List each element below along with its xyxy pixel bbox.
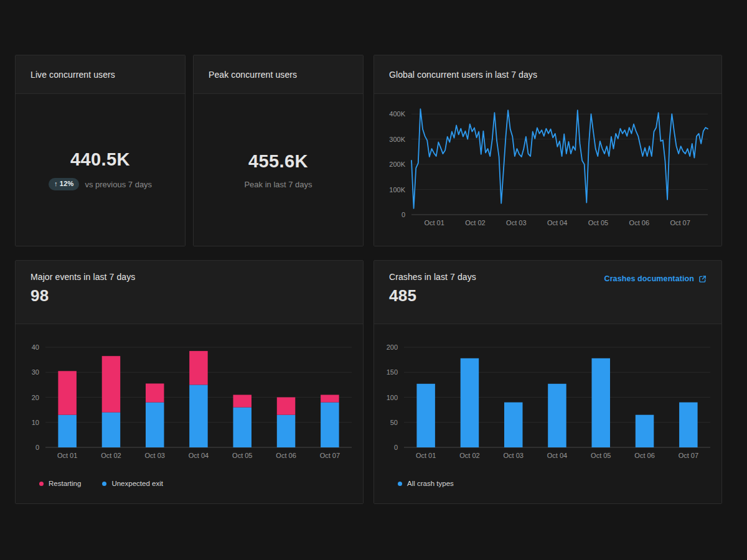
svg-text:30: 30 <box>32 368 39 376</box>
crashes-value: 485 <box>389 286 476 306</box>
live-users-value: 440.5K <box>70 149 130 170</box>
legend-label: All crash types <box>407 480 454 487</box>
svg-text:Oct 02: Oct 02 <box>465 219 485 226</box>
svg-text:400K: 400K <box>389 110 405 118</box>
svg-text:Oct 06: Oct 06 <box>634 452 654 459</box>
dashboard: Live concurrent users 440.5K ↑ 12% vs pr… <box>15 55 722 504</box>
svg-text:Oct 07: Oct 07 <box>670 219 690 226</box>
svg-text:Oct 04: Oct 04 <box>189 452 209 459</box>
svg-text:Oct 07: Oct 07 <box>679 452 698 459</box>
svg-text:10: 10 <box>32 419 39 426</box>
svg-text:Oct 05: Oct 05 <box>591 452 611 459</box>
legend-dot <box>398 482 402 486</box>
peak-users-caption-row: Peak in last 7 days <box>244 180 312 189</box>
svg-text:Oct 02: Oct 02 <box>459 452 479 459</box>
crashes-header-left: Crashes in last 7 days 485 <box>389 272 476 306</box>
svg-text:Oct 04: Oct 04 <box>547 452 567 459</box>
top-row: Live concurrent users 440.5K ↑ 12% vs pr… <box>15 55 722 246</box>
major-events-chart-body: 010203040Oct 01Oct 02Oct 03Oct 04Oct 05O… <box>16 324 363 503</box>
major-events-header: Major events in last 7 days 98 <box>16 261 363 324</box>
live-users-caption: vs previous 7 days <box>85 180 152 189</box>
crashes-card: Crashes in last 7 days 485 Crashes docum… <box>374 260 722 504</box>
crashes-documentation-link[interactable]: Crashes documentation <box>604 274 707 283</box>
crashes-legend: All crash types <box>374 474 721 487</box>
global-users-header: Global concurrent users in last 7 days <box>374 55 721 94</box>
svg-text:Oct 03: Oct 03 <box>504 452 524 459</box>
svg-text:300K: 300K <box>389 136 405 143</box>
legend-item: Unexpected exit <box>102 480 162 487</box>
legend-item: All crash types <box>398 480 454 487</box>
svg-text:Oct 04: Oct 04 <box>547 219 567 226</box>
peak-users-caption: Peak in last 7 days <box>244 180 312 189</box>
svg-text:0: 0 <box>35 444 39 451</box>
bottom-row: Major events in last 7 days 98 010203040… <box>15 260 722 504</box>
major-events-card: Major events in last 7 days 98 010203040… <box>15 260 364 504</box>
major-events-legend: RestartingUnexpected exit <box>16 474 363 487</box>
svg-text:200K: 200K <box>389 161 405 168</box>
svg-text:Oct 01: Oct 01 <box>424 219 444 226</box>
svg-text:100: 100 <box>387 394 398 401</box>
svg-text:Oct 05: Oct 05 <box>588 219 608 226</box>
peak-users-value: 455.6K <box>248 151 308 172</box>
svg-text:0: 0 <box>402 211 405 218</box>
svg-text:150: 150 <box>387 368 398 376</box>
legend-label: Restarting <box>49 480 81 487</box>
svg-text:50: 50 <box>390 419 398 426</box>
svg-text:Oct 02: Oct 02 <box>101 452 121 459</box>
live-concurrent-users-card: Live concurrent users 440.5K ↑ 12% vs pr… <box>15 55 186 246</box>
live-users-body: 440.5K ↑ 12% vs previous 7 days <box>16 94 185 246</box>
live-users-header: Live concurrent users <box>16 55 185 94</box>
svg-text:40: 40 <box>32 343 39 351</box>
crashes-chart-body: 050100150200Oct 01Oct 02Oct 03Oct 04Oct … <box>374 324 721 503</box>
crashes-title: Crashes in last 7 days <box>389 272 476 282</box>
legend-dot <box>102 482 106 486</box>
svg-text:Oct 07: Oct 07 <box>320 452 340 459</box>
global-users-chart-body: 0100K200K300K400KOct 01Oct 02Oct 03Oct 0… <box>374 94 721 246</box>
crashes-documentation-label: Crashes documentation <box>604 274 695 283</box>
svg-text:200: 200 <box>387 343 398 351</box>
peak-users-header: Peak concurrent users <box>194 55 363 94</box>
svg-text:Oct 05: Oct 05 <box>232 452 252 459</box>
live-users-title: Live concurrent users <box>31 70 115 80</box>
global-users-title: Global concurrent users in last 7 days <box>389 70 537 80</box>
global-users-line-chart: 0100K200K300K400KOct 01Oct 02Oct 03Oct 0… <box>374 94 721 246</box>
svg-text:Oct 01: Oct 01 <box>57 452 77 459</box>
major-events-title: Major events in last 7 days <box>31 272 135 282</box>
crashes-bar-chart: 050100150200Oct 01Oct 02Oct 03Oct 04Oct … <box>374 324 721 474</box>
svg-text:100K: 100K <box>389 186 405 194</box>
svg-text:0: 0 <box>394 444 398 451</box>
peak-concurrent-users-card: Peak concurrent users 455.6K Peak in las… <box>193 55 364 246</box>
global-users-chart-card: Global concurrent users in last 7 days 0… <box>374 55 722 246</box>
crashes-header: Crashes in last 7 days 485 Crashes docum… <box>374 261 721 324</box>
svg-text:Oct 06: Oct 06 <box>629 219 649 226</box>
svg-text:20: 20 <box>32 394 39 401</box>
major-events-bar-chart: 010203040Oct 01Oct 02Oct 03Oct 04Oct 05O… <box>16 324 363 474</box>
svg-text:Oct 03: Oct 03 <box>506 219 526 226</box>
major-events-header-left: Major events in last 7 days 98 <box>31 272 135 306</box>
peak-users-body: 455.6K Peak in last 7 days <box>194 94 363 246</box>
svg-text:Oct 01: Oct 01 <box>416 452 436 459</box>
major-events-value: 98 <box>31 286 135 306</box>
live-users-caption-row: ↑ 12% vs previous 7 days <box>49 178 152 190</box>
legend-dot <box>39 482 44 486</box>
svg-text:Oct 06: Oct 06 <box>276 452 296 459</box>
trend-badge: ↑ 12% <box>49 178 80 190</box>
svg-text:Oct 03: Oct 03 <box>145 452 165 459</box>
legend-label: Unexpected exit <box>111 480 162 487</box>
legend-item: Restarting <box>39 480 81 487</box>
peak-users-title: Peak concurrent users <box>209 70 297 80</box>
external-link-icon <box>698 275 707 283</box>
